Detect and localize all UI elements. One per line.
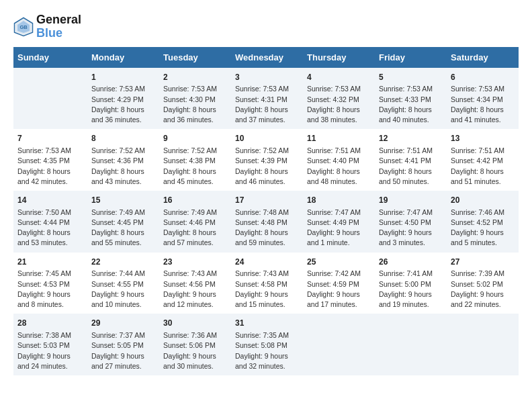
calendar-cell: 9Sunrise: 7:52 AMSunset: 4:38 PMDaylight… [159,129,231,191]
day-info: Sunrise: 7:53 AMSunset: 4:29 PMDaylight:… [91,84,155,125]
calendar-header-row: SundayMondayTuesdayWednesdayThursdayFrid… [13,47,519,68]
calendar-week-row: 7Sunrise: 7:53 AMSunset: 4:35 PMDaylight… [13,129,519,191]
header-wednesday: Wednesday [231,47,303,68]
day-number: 16 [163,195,227,206]
day-info: Sunrise: 7:36 AMSunset: 5:06 PMDaylight:… [163,330,227,371]
day-number: 14 [17,195,83,206]
header-thursday: Thursday [303,47,375,68]
calendar-cell: 4Sunrise: 7:53 AMSunset: 4:32 PMDaylight… [303,68,375,130]
day-number: 17 [235,195,299,206]
calendar-cell: 22Sunrise: 7:44 AMSunset: 4:55 PMDayligh… [87,253,159,314]
day-info: Sunrise: 7:35 AMSunset: 5:08 PMDaylight:… [235,330,299,371]
day-info: Sunrise: 7:45 AMSunset: 4:53 PMDaylight:… [17,269,83,310]
day-info: Sunrise: 7:38 AMSunset: 5:03 PMDaylight:… [17,330,83,371]
day-number: 4 [307,72,371,83]
day-number: 2 [163,72,227,83]
calendar-cell: 15Sunrise: 7:49 AMSunset: 4:45 PMDayligh… [87,191,159,253]
day-number: 7 [17,133,83,144]
calendar-cell: 19Sunrise: 7:47 AMSunset: 4:50 PMDayligh… [375,191,447,253]
day-info: Sunrise: 7:49 AMSunset: 4:45 PMDaylight:… [91,208,155,248]
day-info: Sunrise: 7:41 AMSunset: 5:00 PMDaylight:… [379,269,443,310]
day-number: 24 [235,257,299,268]
day-info: Sunrise: 7:53 AMSunset: 4:35 PMDaylight:… [17,146,83,187]
day-number: 1 [91,72,155,83]
day-number: 18 [307,195,371,206]
day-info: Sunrise: 7:51 AMSunset: 4:41 PMDaylight:… [379,146,443,187]
day-number: 23 [163,257,227,268]
day-number: 10 [235,133,299,144]
calendar-cell: 25Sunrise: 7:42 AMSunset: 4:59 PMDayligh… [303,253,375,314]
calendar-cell [375,314,447,375]
day-number: 5 [379,72,443,83]
day-number: 12 [379,133,443,144]
day-info: Sunrise: 7:39 AMSunset: 5:02 PMDaylight:… [451,269,515,310]
header-monday: Monday [87,47,159,68]
day-info: Sunrise: 7:52 AMSunset: 4:39 PMDaylight:… [235,146,299,187]
calendar-cell: 11Sunrise: 7:51 AMSunset: 4:40 PMDayligh… [303,129,375,191]
day-number: 13 [451,133,515,144]
day-info: Sunrise: 7:53 AMSunset: 4:31 PMDaylight:… [235,84,299,125]
day-number: 11 [307,133,371,144]
day-info: Sunrise: 7:53 AMSunset: 4:34 PMDaylight:… [451,84,515,125]
header-friday: Friday [375,47,447,68]
calendar-cell: 24Sunrise: 7:43 AMSunset: 4:58 PMDayligh… [231,253,303,314]
calendar-week-row: 14Sunrise: 7:50 AMSunset: 4:44 PMDayligh… [13,191,519,253]
day-info: Sunrise: 7:44 AMSunset: 4:55 PMDaylight:… [91,269,155,310]
calendar-cell: 5Sunrise: 7:53 AMSunset: 4:33 PMDaylight… [375,68,447,130]
header-sunday: Sunday [13,47,87,68]
day-number: 27 [451,257,515,268]
day-number: 25 [307,257,371,268]
day-info: Sunrise: 7:49 AMSunset: 4:46 PMDaylight:… [163,208,227,248]
calendar-cell: 31Sunrise: 7:35 AMSunset: 5:08 PMDayligh… [231,314,303,375]
calendar-cell: 21Sunrise: 7:45 AMSunset: 4:53 PMDayligh… [13,253,87,314]
calendar-cell: 14Sunrise: 7:50 AMSunset: 4:44 PMDayligh… [13,191,87,253]
day-number: 29 [91,318,155,329]
day-info: Sunrise: 7:51 AMSunset: 4:40 PMDaylight:… [307,146,371,187]
calendar-cell: 26Sunrise: 7:41 AMSunset: 5:00 PMDayligh… [375,253,447,314]
day-info: Sunrise: 7:53 AMSunset: 4:30 PMDaylight:… [163,84,227,125]
day-number: 6 [451,72,515,83]
calendar-cell: 20Sunrise: 7:46 AMSunset: 4:52 PMDayligh… [447,191,519,253]
calendar-week-row: 28Sunrise: 7:38 AMSunset: 5:03 PMDayligh… [13,314,519,375]
svg-text:GB: GB [19,24,28,30]
header-saturday: Saturday [447,47,519,68]
day-info: Sunrise: 7:42 AMSunset: 4:59 PMDaylight:… [307,269,371,310]
calendar-cell: 13Sunrise: 7:51 AMSunset: 4:42 PMDayligh… [447,129,519,191]
calendar-cell: 6Sunrise: 7:53 AMSunset: 4:34 PMDaylight… [447,68,519,130]
logo-text: General Blue [36,13,81,40]
calendar-cell: 28Sunrise: 7:38 AMSunset: 5:03 PMDayligh… [13,314,87,375]
day-info: Sunrise: 7:43 AMSunset: 4:56 PMDaylight:… [163,269,227,310]
calendar-week-row: 21Sunrise: 7:45 AMSunset: 4:53 PMDayligh… [13,253,519,314]
calendar-cell: 30Sunrise: 7:36 AMSunset: 5:06 PMDayligh… [159,314,231,375]
day-info: Sunrise: 7:51 AMSunset: 4:42 PMDaylight:… [451,146,515,187]
day-info: Sunrise: 7:50 AMSunset: 4:44 PMDaylight:… [17,208,83,248]
day-info: Sunrise: 7:52 AMSunset: 4:36 PMDaylight:… [91,146,155,187]
calendar-cell: 8Sunrise: 7:52 AMSunset: 4:36 PMDaylight… [87,129,159,191]
day-number: 9 [163,133,227,144]
day-number: 19 [379,195,443,206]
day-number: 8 [91,133,155,144]
page-header: GB General Blue [13,13,519,40]
day-info: Sunrise: 7:46 AMSunset: 4:52 PMDaylight:… [451,208,515,248]
calendar-cell: 29Sunrise: 7:37 AMSunset: 5:05 PMDayligh… [87,314,159,375]
day-info: Sunrise: 7:48 AMSunset: 4:48 PMDaylight:… [235,208,299,248]
day-info: Sunrise: 7:47 AMSunset: 4:49 PMDaylight:… [307,208,371,248]
calendar-week-row: 1Sunrise: 7:53 AMSunset: 4:29 PMDaylight… [13,68,519,130]
calendar-cell: 10Sunrise: 7:52 AMSunset: 4:39 PMDayligh… [231,129,303,191]
day-info: Sunrise: 7:37 AMSunset: 5:05 PMDaylight:… [91,330,155,371]
day-number: 26 [379,257,443,268]
calendar-cell [303,314,375,375]
calendar-cell: 12Sunrise: 7:51 AMSunset: 4:41 PMDayligh… [375,129,447,191]
day-info: Sunrise: 7:53 AMSunset: 4:32 PMDaylight:… [307,84,371,125]
logo: GB General Blue [13,13,81,40]
calendar-cell [13,68,87,130]
day-number: 21 [17,257,83,268]
logo-icon: GB [13,17,34,37]
calendar-cell: 3Sunrise: 7:53 AMSunset: 4:31 PMDaylight… [231,68,303,130]
day-number: 22 [91,257,155,268]
day-number: 30 [163,318,227,329]
day-info: Sunrise: 7:53 AMSunset: 4:33 PMDaylight:… [379,84,443,125]
calendar-cell: 16Sunrise: 7:49 AMSunset: 4:46 PMDayligh… [159,191,231,253]
calendar-cell: 18Sunrise: 7:47 AMSunset: 4:49 PMDayligh… [303,191,375,253]
day-info: Sunrise: 7:43 AMSunset: 4:58 PMDaylight:… [235,269,299,310]
